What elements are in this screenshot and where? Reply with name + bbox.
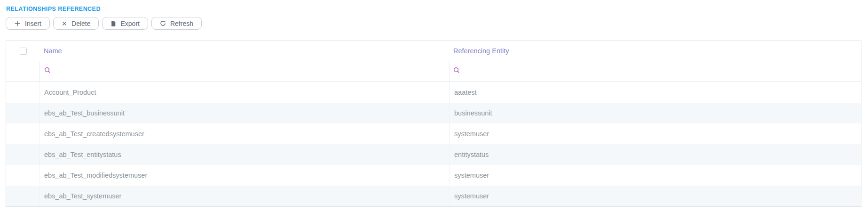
grid-header-row: Name Referencing Entity xyxy=(6,41,861,61)
page: RELATIONSHIPS REFERENCED Insert Delete E… xyxy=(0,0,868,207)
row-name-cell: ebs_ab_Test_systemuser xyxy=(40,186,450,206)
row-name-cell: ebs_ab_Test_modifiedsystemuser xyxy=(40,165,450,186)
row-checkbox-cell xyxy=(6,123,40,144)
header-checkbox-cell xyxy=(6,41,40,61)
row-checkbox-cell xyxy=(6,165,40,186)
delete-button[interactable]: Delete xyxy=(53,17,99,30)
section-title: RELATIONSHIPS REFERENCED xyxy=(6,6,861,12)
column-header-referencing-entity-label: Referencing Entity xyxy=(453,47,509,55)
row-entity-cell: systemuser xyxy=(450,123,861,144)
insert-button-label: Insert xyxy=(25,20,41,27)
row-name-cell: ebs_ab_Test_businessunit xyxy=(40,103,450,123)
grid-filter-row xyxy=(6,61,861,82)
row-checkbox-cell xyxy=(6,144,40,165)
entity-filter-cell xyxy=(450,61,861,82)
table-row[interactable]: ebs_ab_Test_entitystatus entitystatus xyxy=(6,144,861,165)
refresh-button-label: Refresh xyxy=(170,20,193,27)
column-header-name-label: Name xyxy=(44,47,62,55)
export-button-label: Export xyxy=(120,20,139,27)
row-entity-cell: aaatest xyxy=(450,82,861,103)
refresh-button[interactable]: Refresh xyxy=(151,17,202,30)
toolbar: Insert Delete Export Refresh xyxy=(6,17,861,30)
table-row[interactable]: ebs_ab_Test_createdsystemuser systemuser xyxy=(6,123,861,144)
table-row[interactable]: Account_Product aaatest xyxy=(6,82,861,103)
row-name-cell: Account_Product xyxy=(40,82,450,103)
x-icon xyxy=(62,21,67,26)
row-entity-cell: entitystatus xyxy=(450,144,861,165)
table-row[interactable]: ebs_ab_Test_systemuser systemuser xyxy=(6,186,861,206)
table-row[interactable]: ebs_ab_Test_businessunit businessunit xyxy=(6,103,861,123)
name-filter-cell xyxy=(40,61,450,82)
file-icon xyxy=(110,20,116,27)
export-button[interactable]: Export xyxy=(102,17,148,30)
filter-checkbox-cell xyxy=(6,61,40,82)
row-checkbox-cell xyxy=(6,186,40,206)
row-entity-cell: systemuser xyxy=(450,186,861,206)
column-header-referencing-entity[interactable]: Referencing Entity xyxy=(450,41,861,61)
table-row[interactable]: ebs_ab_Test_modifiedsystemuser systemuse… xyxy=(6,165,861,186)
refresh-icon xyxy=(160,20,166,26)
search-icon xyxy=(44,67,51,76)
delete-button-label: Delete xyxy=(71,20,90,27)
row-name-cell: ebs_ab_Test_entitystatus xyxy=(40,144,450,165)
row-entity-cell: systemuser xyxy=(450,165,861,186)
row-entity-cell: businessunit xyxy=(450,103,861,123)
insert-button[interactable]: Insert xyxy=(6,17,50,30)
row-checkbox-cell xyxy=(6,103,40,123)
relationships-grid: Name Referencing Entity xyxy=(6,41,861,207)
row-checkbox-cell xyxy=(6,82,40,103)
plus-icon xyxy=(14,20,21,27)
search-icon xyxy=(453,67,460,76)
entity-filter-input[interactable] xyxy=(463,65,861,78)
row-name-cell: ebs_ab_Test_createdsystemuser xyxy=(40,123,450,144)
select-all-checkbox[interactable] xyxy=(20,48,27,55)
name-filter-input[interactable] xyxy=(54,65,449,78)
column-header-name[interactable]: Name xyxy=(40,41,450,61)
